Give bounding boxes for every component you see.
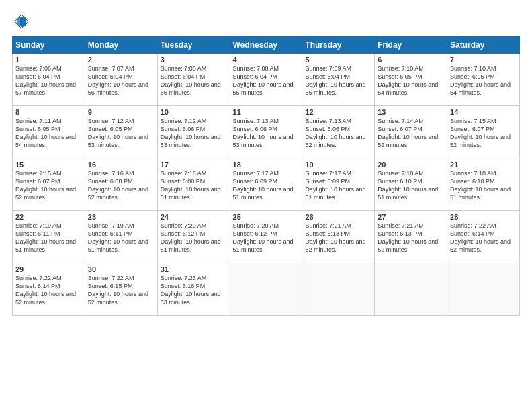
day-number: 8 bbox=[15, 108, 82, 116]
day-info: Sunrise: 7:06 AMSunset: 6:04 PMDaylight:… bbox=[15, 64, 82, 97]
calendar-cell: 8Sunrise: 7:11 AMSunset: 6:05 PMDaylight… bbox=[13, 106, 85, 158]
day-number: 12 bbox=[305, 108, 371, 116]
day-number: 15 bbox=[15, 161, 82, 169]
calendar-cell: 10Sunrise: 7:12 AMSunset: 6:06 PMDayligh… bbox=[157, 106, 230, 158]
day-info: Sunrise: 7:20 AMSunset: 6:12 PMDaylight:… bbox=[233, 222, 300, 255]
day-info: Sunrise: 7:12 AMSunset: 6:06 PMDaylight:… bbox=[161, 117, 227, 150]
day-number: 25 bbox=[233, 213, 300, 221]
day-number: 21 bbox=[450, 161, 517, 169]
calendar-cell bbox=[375, 263, 447, 316]
calendar-header-thursday: Thursday bbox=[302, 37, 375, 54]
calendar-cell: 1Sunrise: 7:06 AMSunset: 6:04 PMDaylight… bbox=[13, 54, 85, 106]
calendar-header-saturday: Saturday bbox=[447, 37, 520, 54]
calendar-header-monday: Monday bbox=[85, 37, 157, 54]
day-info: Sunrise: 7:19 AMSunset: 6:11 PMDaylight:… bbox=[15, 222, 82, 255]
day-number: 13 bbox=[378, 108, 444, 116]
calendar-cell: 11Sunrise: 7:13 AMSunset: 6:06 PMDayligh… bbox=[230, 106, 302, 158]
day-info: Sunrise: 7:23 AMSunset: 6:16 PMDaylight:… bbox=[161, 274, 227, 307]
day-info: Sunrise: 7:19 AMSunset: 6:11 PMDaylight:… bbox=[88, 222, 154, 255]
day-info: Sunrise: 7:17 AMSunset: 6:09 PMDaylight:… bbox=[305, 169, 371, 202]
day-info: Sunrise: 7:12 AMSunset: 6:05 PMDaylight:… bbox=[88, 117, 154, 150]
day-info: Sunrise: 7:21 AMSunset: 6:13 PMDaylight:… bbox=[378, 222, 444, 255]
day-number: 24 bbox=[161, 213, 227, 221]
day-number: 22 bbox=[15, 213, 82, 221]
calendar-cell bbox=[302, 263, 375, 316]
calendar-week-1: 1Sunrise: 7:06 AMSunset: 6:04 PMDaylight… bbox=[13, 54, 520, 106]
calendar-cell: 12Sunrise: 7:13 AMSunset: 6:06 PMDayligh… bbox=[302, 106, 375, 158]
day-info: Sunrise: 7:16 AMSunset: 6:08 PMDaylight:… bbox=[161, 169, 227, 202]
day-number: 2 bbox=[88, 56, 154, 64]
day-info: Sunrise: 7:18 AMSunset: 6:10 PMDaylight:… bbox=[450, 169, 517, 202]
day-number: 5 bbox=[305, 56, 371, 64]
day-info: Sunrise: 7:11 AMSunset: 6:05 PMDaylight:… bbox=[15, 117, 82, 150]
calendar-cell: 27Sunrise: 7:21 AMSunset: 6:13 PMDayligh… bbox=[375, 211, 447, 263]
day-number: 16 bbox=[88, 161, 154, 169]
calendar-cell: 31Sunrise: 7:23 AMSunset: 6:16 PMDayligh… bbox=[157, 263, 230, 316]
calendar-header-row: SundayMondayTuesdayWednesdayThursdayFrid… bbox=[13, 37, 520, 54]
calendar-cell: 22Sunrise: 7:19 AMSunset: 6:11 PMDayligh… bbox=[13, 211, 85, 263]
calendar-cell: 13Sunrise: 7:14 AMSunset: 6:07 PMDayligh… bbox=[375, 106, 447, 158]
calendar-cell: 6Sunrise: 7:10 AMSunset: 6:05 PMDaylight… bbox=[375, 54, 447, 106]
calendar-week-2: 8Sunrise: 7:11 AMSunset: 6:05 PMDaylight… bbox=[13, 106, 520, 158]
calendar-cell: 2Sunrise: 7:07 AMSunset: 6:04 PMDaylight… bbox=[85, 54, 157, 106]
day-info: Sunrise: 7:10 AMSunset: 6:05 PMDaylight:… bbox=[450, 64, 517, 97]
day-number: 1 bbox=[15, 56, 82, 64]
day-info: Sunrise: 7:08 AMSunset: 6:04 PMDaylight:… bbox=[233, 64, 300, 97]
calendar-week-5: 29Sunrise: 7:22 AMSunset: 6:14 PMDayligh… bbox=[13, 263, 520, 316]
logo bbox=[12, 12, 34, 31]
calendar-cell: 20Sunrise: 7:18 AMSunset: 6:10 PMDayligh… bbox=[375, 158, 447, 211]
day-info: Sunrise: 7:08 AMSunset: 6:04 PMDaylight:… bbox=[161, 64, 227, 97]
day-info: Sunrise: 7:13 AMSunset: 6:06 PMDaylight:… bbox=[233, 117, 300, 150]
day-number: 9 bbox=[88, 108, 154, 116]
calendar-header-sunday: Sunday bbox=[13, 37, 85, 54]
day-number: 28 bbox=[450, 213, 517, 221]
day-info: Sunrise: 7:15 AMSunset: 6:07 PMDaylight:… bbox=[450, 117, 517, 150]
day-info: Sunrise: 7:18 AMSunset: 6:10 PMDaylight:… bbox=[378, 169, 444, 202]
day-number: 10 bbox=[161, 108, 227, 116]
day-number: 27 bbox=[378, 213, 444, 221]
day-number: 18 bbox=[233, 161, 300, 169]
day-number: 19 bbox=[305, 161, 371, 169]
day-info: Sunrise: 7:07 AMSunset: 6:04 PMDaylight:… bbox=[88, 64, 154, 97]
day-info: Sunrise: 7:14 AMSunset: 6:07 PMDaylight:… bbox=[378, 117, 444, 150]
calendar-cell: 5Sunrise: 7:09 AMSunset: 6:04 PMDaylight… bbox=[302, 54, 375, 106]
calendar-cell: 4Sunrise: 7:08 AMSunset: 6:04 PMDaylight… bbox=[230, 54, 302, 106]
page: SundayMondayTuesdayWednesdayThursdayFrid… bbox=[0, 0, 532, 411]
calendar-cell: 18Sunrise: 7:17 AMSunset: 6:09 PMDayligh… bbox=[230, 158, 302, 211]
day-number: 11 bbox=[233, 108, 300, 116]
calendar-cell: 17Sunrise: 7:16 AMSunset: 6:08 PMDayligh… bbox=[157, 158, 230, 211]
day-info: Sunrise: 7:21 AMSunset: 6:13 PMDaylight:… bbox=[305, 222, 371, 255]
day-info: Sunrise: 7:16 AMSunset: 6:08 PMDaylight:… bbox=[88, 169, 154, 202]
calendar-cell: 21Sunrise: 7:18 AMSunset: 6:10 PMDayligh… bbox=[447, 158, 520, 211]
day-number: 20 bbox=[378, 161, 444, 169]
day-number: 29 bbox=[15, 265, 82, 273]
calendar-cell: 24Sunrise: 7:20 AMSunset: 6:12 PMDayligh… bbox=[157, 211, 230, 263]
calendar-cell: 29Sunrise: 7:22 AMSunset: 6:14 PMDayligh… bbox=[13, 263, 85, 316]
calendar-cell bbox=[447, 263, 520, 316]
day-number: 23 bbox=[88, 213, 154, 221]
calendar-header-friday: Friday bbox=[375, 37, 447, 54]
calendar-cell: 9Sunrise: 7:12 AMSunset: 6:05 PMDaylight… bbox=[85, 106, 157, 158]
day-number: 17 bbox=[161, 161, 227, 169]
calendar-week-3: 15Sunrise: 7:15 AMSunset: 6:07 PMDayligh… bbox=[13, 158, 520, 211]
calendar-header-wednesday: Wednesday bbox=[230, 37, 302, 54]
calendar-cell: 26Sunrise: 7:21 AMSunset: 6:13 PMDayligh… bbox=[302, 211, 375, 263]
day-number: 6 bbox=[378, 56, 444, 64]
calendar-cell: 7Sunrise: 7:10 AMSunset: 6:05 PMDaylight… bbox=[447, 54, 520, 106]
day-info: Sunrise: 7:22 AMSunset: 6:14 PMDaylight:… bbox=[450, 222, 517, 255]
day-number: 26 bbox=[305, 213, 371, 221]
day-number: 14 bbox=[450, 108, 517, 116]
calendar-header-tuesday: Tuesday bbox=[157, 37, 230, 54]
day-number: 4 bbox=[233, 56, 300, 64]
calendar-cell bbox=[230, 263, 302, 316]
day-info: Sunrise: 7:09 AMSunset: 6:04 PMDaylight:… bbox=[305, 64, 371, 97]
day-info: Sunrise: 7:15 AMSunset: 6:07 PMDaylight:… bbox=[15, 169, 82, 202]
day-number: 30 bbox=[88, 265, 154, 273]
calendar-cell: 28Sunrise: 7:22 AMSunset: 6:14 PMDayligh… bbox=[447, 211, 520, 263]
day-info: Sunrise: 7:22 AMSunset: 6:14 PMDaylight:… bbox=[15, 274, 82, 307]
calendar-cell: 30Sunrise: 7:22 AMSunset: 6:15 PMDayligh… bbox=[85, 263, 157, 316]
header bbox=[12, 12, 520, 31]
calendar-week-4: 22Sunrise: 7:19 AMSunset: 6:11 PMDayligh… bbox=[13, 211, 520, 263]
calendar-cell: 19Sunrise: 7:17 AMSunset: 6:09 PMDayligh… bbox=[302, 158, 375, 211]
day-info: Sunrise: 7:10 AMSunset: 6:05 PMDaylight:… bbox=[378, 64, 444, 97]
